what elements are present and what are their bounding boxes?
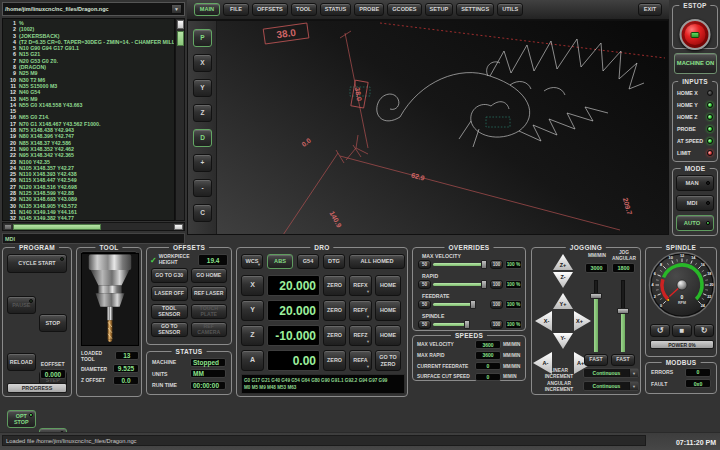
view-button--[interactable]: - <box>193 179 212 197</box>
override-min-button[interactable]: 50 <box>418 320 431 329</box>
axis-select-z[interactable]: Z <box>241 325 264 346</box>
go-to-g30-button[interactable]: GO TO G30 <box>151 268 188 283</box>
dro-header-abs[interactable]: ABS <box>267 254 293 269</box>
zero-y-button[interactable]: ZERO <box>323 300 346 321</box>
jog-xplus-button[interactable]: X+ <box>574 311 591 331</box>
override-slider[interactable] <box>433 260 488 269</box>
override-max-button[interactable]: 100 <box>490 300 503 309</box>
override-max-button[interactable]: 100 <box>490 280 503 289</box>
dro-header-g54[interactable]: G54 <box>297 254 319 269</box>
menu-item-probe[interactable]: PROBE <box>354 3 384 16</box>
jog-y--button[interactable]: Y- <box>553 333 573 349</box>
scroll-left-button[interactable] <box>4 224 12 230</box>
menu-item-status[interactable]: STATUS <box>320 3 352 16</box>
jog-z--button[interactable]: Z- <box>553 272 573 288</box>
stop-button[interactable]: STOP <box>39 314 68 332</box>
estop-button[interactable] <box>680 19 711 50</box>
gcode-line[interactable]: 32N145 X149.382 Y44.77 <box>3 215 174 221</box>
override-min-button[interactable]: 50 <box>418 280 431 289</box>
jog-x--button[interactable]: X- <box>535 311 552 331</box>
gcode-preview-area[interactable]: 38.0 38.0 0.0 140.9 62.9 209.7 PXYZD+-C <box>187 20 669 235</box>
horizontal-scroll-thumb[interactable] <box>13 224 101 230</box>
gcode-listing[interactable]: 1%2(1002)3(JOKERSBACK)4(T2 D=6.35 CR=0. … <box>2 18 175 221</box>
spindle-reverse-button[interactable]: ↺ <box>650 324 670 337</box>
home-z-button[interactable]: HOME <box>375 325 401 346</box>
view-button-x[interactable]: X <box>193 54 212 72</box>
optional-stop-button[interactable]: OPT STOP <box>7 410 36 428</box>
menu-item-file[interactable]: FILE <box>223 3 249 16</box>
axis-select-x[interactable]: X <box>241 275 264 296</box>
jog-angular-slider-handle[interactable] <box>617 308 629 314</box>
gcode-vertical-scrollbar[interactable] <box>175 18 185 221</box>
ref-camera-button[interactable]: REF CAMERA <box>191 322 228 337</box>
dro-header-all-homed[interactable]: ALL HOMED <box>349 254 405 269</box>
mode-button-man[interactable]: MAN <box>676 175 714 191</box>
override-slider[interactable] <box>433 320 488 329</box>
override-slider[interactable] <box>433 280 488 289</box>
go-home-button[interactable]: GO HOME <box>191 268 228 283</box>
ref-y-button[interactable]: REFY▼ <box>349 300 372 321</box>
override-slider-handle[interactable] <box>481 260 487 269</box>
ref-a-button[interactable]: REFA▼ <box>349 350 372 371</box>
spindle-stop-button[interactable]: ■ <box>672 324 692 337</box>
axis-select-y[interactable]: Y <box>241 300 264 321</box>
menu-item-utils[interactable]: UTILS <box>497 3 523 16</box>
mode-button-mdi[interactable]: MDI <box>676 195 714 211</box>
override-max-button[interactable]: 100 <box>490 260 503 269</box>
dro-header-wcs[interactable]: WCS▼ <box>241 254 263 269</box>
view-button-z[interactable]: Z <box>193 104 212 122</box>
zero-z-button[interactable]: ZERO <box>323 325 346 346</box>
override-slider[interactable] <box>433 300 488 309</box>
ref-laser-button[interactable]: REF LASER <box>191 286 228 301</box>
home-x-button[interactable]: HOME <box>375 275 401 296</box>
axis-select-a[interactable]: A <box>241 350 264 371</box>
angular-increment-combobox[interactable]: Continuous▼ <box>583 381 639 391</box>
scroll-right-button[interactable] <box>174 224 183 230</box>
view-button-d[interactable]: D <box>193 129 212 147</box>
gcode-file-combobox[interactable]: /home/jim/linuxcnc/nc_files/Dragon.ngc ▼ <box>2 2 185 16</box>
pause-button[interactable]: PAUSE <box>7 296 36 314</box>
menu-item-setup[interactable]: SETUP <box>425 3 454 16</box>
view-button-p[interactable]: P <box>193 29 212 47</box>
jog-angular-fast-button[interactable]: FAST <box>611 354 635 366</box>
menu-item-settings[interactable]: SETTINGS <box>456 3 494 16</box>
jog-yplus-button[interactable]: Y+ <box>553 293 573 309</box>
gcode-horizontal-scrollbar[interactable] <box>2 222 185 231</box>
chevron-down-icon[interactable]: ▼ <box>171 4 182 14</box>
exit-button[interactable]: EXIT <box>638 3 662 16</box>
ref-z-button[interactable]: REFZ▼ <box>349 325 372 346</box>
override-max-button[interactable]: 100 <box>490 320 503 329</box>
go-to-sensor-button[interactable]: GO TO SENSOR <box>151 322 188 337</box>
zero-x-button[interactable]: ZERO <box>323 275 346 296</box>
override-min-button[interactable]: 50 <box>418 260 431 269</box>
cycle-start-button[interactable]: CYCLE START <box>7 254 67 273</box>
reload-button[interactable]: RELOAD <box>7 353 36 371</box>
zero-a-button[interactable]: ZERO <box>323 350 346 371</box>
view-button-plus[interactable]: + <box>193 154 212 172</box>
vertical-scroll-thumb[interactable] <box>177 31 184 46</box>
machine-on-button[interactable]: MACHINE ON <box>674 53 717 74</box>
linear-increment-combobox[interactable]: Continuous▼ <box>583 368 639 378</box>
tool-sensor-button[interactable]: TOOL SENSOR <box>151 304 188 319</box>
menu-item-tool[interactable]: TOOL <box>291 3 317 16</box>
view-button-c[interactable]: C <box>193 204 212 222</box>
menu-item-main[interactable]: MAIN <box>194 3 220 16</box>
override-slider-handle[interactable] <box>481 280 487 289</box>
home-a-button[interactable]: GO TO ZERO <box>375 350 401 371</box>
laser-off-button[interactable]: LASER OFF <box>151 286 188 301</box>
jog-linear-slider-handle[interactable] <box>590 293 602 299</box>
menu-item-offsets[interactable]: OFFSETS <box>252 3 288 16</box>
spindle-forward-button[interactable]: ↻ <box>694 324 714 337</box>
override-slider-handle[interactable] <box>464 320 470 329</box>
ref-x-button[interactable]: REFX▼ <box>349 275 372 296</box>
touch-plate-button[interactable]: TOUCH PLATE <box>191 304 228 319</box>
override-min-button[interactable]: 50 <box>418 300 431 309</box>
view-button-y[interactable]: Y <box>193 79 212 97</box>
mode-button-auto[interactable]: AUTO <box>676 215 714 231</box>
home-y-button[interactable]: HOME <box>375 300 401 321</box>
menu-item-gcodes[interactable]: GCODES <box>387 3 421 16</box>
override-slider-handle[interactable] <box>470 300 476 309</box>
jog-linear-fast-button[interactable]: FAST <box>584 354 608 366</box>
mdi-input[interactable]: MDI <box>2 233 185 244</box>
dro-header-dtg[interactable]: DTG <box>323 254 345 269</box>
